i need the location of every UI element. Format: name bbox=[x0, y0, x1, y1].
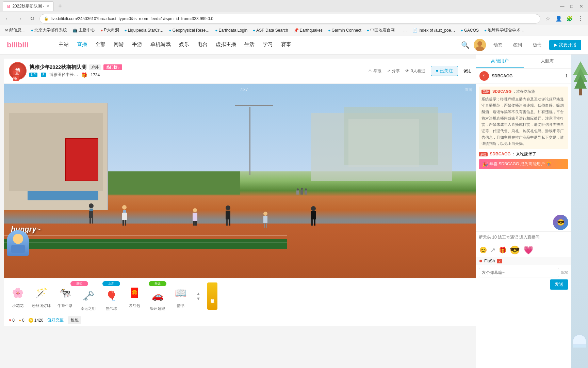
bookmark-mail[interactable]: ✉ 邮信息… bbox=[3, 27, 28, 34]
nav-all[interactable]: 全部 bbox=[91, 35, 110, 55]
person-2 bbox=[122, 205, 127, 226]
person-1 bbox=[89, 203, 94, 224]
nav-esports[interactable]: 赛事 bbox=[277, 35, 295, 55]
bookmark-gacos[interactable]: ● GACOS bbox=[458, 27, 481, 33]
bookmark-liqui[interactable]: ● Liquipedia StarCr… bbox=[122, 27, 166, 33]
hot-tag[interactable]: 热门榜 › bbox=[103, 64, 122, 70]
maximize-btn[interactable]: □ bbox=[568, 2, 576, 10]
stream-meta: UP 5 博雅田径中长… 🎁 1734 bbox=[29, 72, 365, 78]
go-live-label: 我要开播 bbox=[559, 42, 576, 48]
nav-home[interactable]: 主站 bbox=[54, 35, 73, 55]
follow-btn[interactable]: ♥ 已关注 bbox=[431, 66, 458, 76]
tab-fleet[interactable]: 大航海 bbox=[524, 55, 571, 68]
nav-pc-game[interactable]: 单机游戏 bbox=[146, 35, 175, 55]
light-arm bbox=[235, 105, 273, 106]
red-banner bbox=[65, 138, 98, 181]
gift-book[interactable]: 📖 情书 bbox=[172, 284, 190, 308]
streamer-avatar-wrapper: 博 直播 bbox=[9, 62, 27, 80]
gift-flower[interactable]: 🌸 小花花 bbox=[9, 284, 27, 308]
pink-emoji-btn[interactable]: 💗 bbox=[523, 245, 534, 255]
streamer-name[interactable]: 博雅田径中长… bbox=[49, 72, 78, 78]
nav-live[interactable]: 直播 bbox=[73, 35, 91, 55]
nav-life[interactable]: 生活 bbox=[240, 35, 259, 55]
car-label: 极速超跑 bbox=[150, 306, 165, 311]
gift-fansboard[interactable]: 🪄 粉丝团灯牌 bbox=[32, 284, 51, 308]
more-btn[interactable]: ⋮ bbox=[576, 14, 585, 24]
share-msg-btn[interactable]: ↗ bbox=[490, 246, 495, 254]
nav-study[interactable]: 学习 bbox=[259, 35, 277, 55]
share-btn[interactable]: ↗ 分享 bbox=[387, 68, 400, 74]
gift-bull[interactable]: 🐄 牛犟牛犟 bbox=[56, 284, 74, 308]
key-badge-wrapper: 颁奖 🗝️ bbox=[79, 281, 97, 305]
minimize-btn[interactable]: — bbox=[558, 2, 566, 10]
gift-key[interactable]: 颁奖 🗝️ 幸运之钥 bbox=[79, 281, 97, 311]
back-btn[interactable]: ← bbox=[3, 14, 12, 24]
send-btn[interactable]: 发送 bbox=[550, 279, 568, 290]
nav-mobile-game[interactable]: 手游 bbox=[128, 35, 146, 55]
url-input[interactable]: 🔒 live.bilibili.com/24503610?broadcast_t… bbox=[39, 14, 540, 24]
gift-car[interactable]: 升级 🚗 极速超跑 bbox=[149, 281, 166, 311]
nav-entertainment[interactable]: 娱乐 bbox=[175, 35, 193, 55]
bookmark-cenc[interactable]: ● 中国地震台网——… bbox=[365, 27, 409, 34]
key-badge: 颁奖 bbox=[70, 281, 88, 286]
chat-input[interactable] bbox=[479, 268, 559, 277]
forward-btn[interactable]: → bbox=[15, 14, 24, 24]
bookmark-pku-mail[interactable]: ● 北京大学邮件系统 bbox=[29, 27, 69, 34]
bookmark-cenc-icon: ● bbox=[367, 28, 369, 33]
go-live-btn[interactable]: ▶ 我要开播 bbox=[549, 40, 581, 50]
bookmark-index[interactable]: 📄 Index of /aux_poe… bbox=[410, 27, 457, 33]
bili-logo[interactable]: bilibili bbox=[7, 41, 51, 49]
chat-panel: 高能用户 大航海 S SDBCAGG 1 系统 SDBCAGG bbox=[476, 55, 571, 368]
bookmark-geo[interactable]: ● Geophysical Rese… bbox=[167, 27, 212, 33]
viewer-area-text: 断天头 10 法王奇遇记 进入直播间 bbox=[479, 235, 540, 240]
bookmark-liqui-icon: ● bbox=[125, 28, 127, 33]
follower-count: 951 bbox=[463, 68, 471, 74]
character-sticker bbox=[7, 230, 32, 261]
bookmark-pku-icon: ● bbox=[31, 28, 33, 33]
big-emoji-btn[interactable]: 😎 bbox=[510, 245, 520, 255]
gift-scroll-btn[interactable]: ▲ ▼ bbox=[195, 291, 202, 301]
dynamic-btn[interactable]: 动态 bbox=[490, 40, 506, 50]
bag-btn[interactable]: 包包 bbox=[68, 316, 81, 324]
bookmark-host[interactable]: 📺 主播中心 bbox=[70, 27, 97, 34]
bookmark-quake[interactable]: 📌 Earthquakes bbox=[292, 27, 325, 33]
congrats-icon: 🎉 bbox=[482, 162, 488, 167]
bookmark-tree[interactable]: ● P大树洞 bbox=[98, 27, 121, 34]
gift-balloon[interactable]: 上新 🎈 热气球 bbox=[102, 281, 120, 311]
bili-coin-icon: B bbox=[29, 318, 33, 323]
charge-btn[interactable]: 值好充值 bbox=[47, 317, 64, 323]
outdoor-tag[interactable]: 户外 bbox=[89, 64, 101, 70]
refresh-btn[interactable]: ↻ bbox=[27, 14, 37, 24]
svg-point-1 bbox=[477, 41, 482, 46]
checkin-btn[interactable]: 签到 bbox=[510, 40, 525, 50]
new-tab-btn[interactable]: + bbox=[55, 1, 65, 11]
gift-msg-btn[interactable]: 🎁 bbox=[499, 246, 506, 254]
user-avatar[interactable] bbox=[474, 39, 486, 51]
bookmark-btn[interactable]: ☆ bbox=[543, 14, 553, 24]
bookmark-geo-sci[interactable]: ● 地球科学综合学术… bbox=[482, 27, 526, 34]
bookmark-garmin-icon: ● bbox=[328, 28, 330, 33]
float-user-avatar[interactable]: 😎 bbox=[553, 215, 568, 230]
float-avatar-area: 😎 bbox=[476, 213, 571, 231]
bookmark-earthdata[interactable]: ● Earthdata Login bbox=[213, 27, 249, 33]
search-icon[interactable]: 🔍 bbox=[461, 41, 470, 49]
nav-vtuber[interactable]: 虚拟主播 bbox=[212, 35, 240, 55]
report-btn[interactable]: ⚠ 举报 bbox=[368, 68, 381, 74]
inbox-btn[interactable]: 饭盒 bbox=[529, 40, 545, 50]
nav-online-game[interactable]: 网游 bbox=[110, 35, 128, 55]
special-gift[interactable]: 日礼物上新 bbox=[207, 282, 217, 310]
congrats-bar: 🎉 恭喜 SDBCAGG 成为高能用户 🎊 bbox=[479, 159, 568, 169]
coin-count-1: 0 bbox=[12, 318, 15, 323]
tab-close-btn[interactable]: ✕ bbox=[46, 4, 49, 9]
tab-high-energy[interactable]: 高能用户 bbox=[476, 55, 524, 68]
fan-count: 1734 bbox=[91, 73, 100, 77]
nav-radio[interactable]: 电台 bbox=[193, 35, 212, 55]
profile-btn[interactable]: 👤 bbox=[554, 14, 564, 24]
gift-redpack[interactable]: 🧧 发红包 bbox=[126, 284, 143, 308]
extension-btn[interactable]: 🧩 bbox=[565, 14, 574, 24]
bookmark-asf[interactable]: ● ASF Data Search bbox=[251, 27, 290, 33]
active-tab[interactable]: B 2022秋期初队测 - ✕ bbox=[3, 1, 54, 11]
emoji-btn[interactable]: 😊 bbox=[479, 246, 487, 254]
bookmark-garmin[interactable]: ● Garmin Connect bbox=[326, 27, 363, 33]
close-btn[interactable]: ✕ bbox=[577, 2, 585, 10]
